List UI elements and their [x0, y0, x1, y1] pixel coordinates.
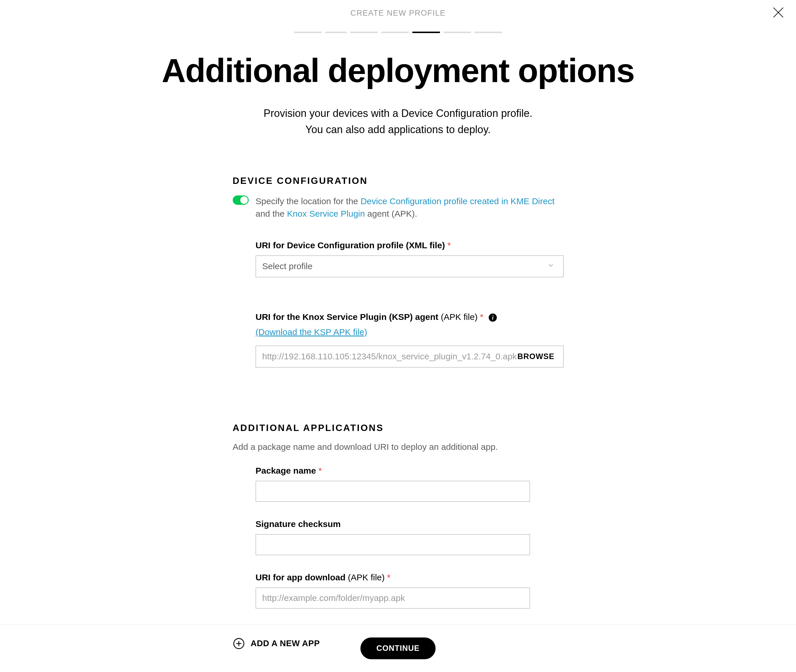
profile-select-value: Select profile	[262, 261, 313, 271]
step-2	[325, 32, 347, 33]
wizard-stepper	[0, 32, 796, 33]
uri-xml-label: URI for Device Configuration profile (XM…	[256, 240, 563, 250]
step-3	[350, 32, 378, 33]
device-config-description: Specify the location for the Device Conf…	[256, 195, 563, 220]
page-title: Additional deployment options	[0, 54, 796, 87]
close-icon	[771, 16, 786, 21]
ksp-link[interactable]: Knox Service Plugin	[287, 209, 365, 218]
ksp-uri-input-wrap[interactable]: http://192.168.110.105:12345/knox_servic…	[256, 346, 563, 368]
close-button[interactable]	[771, 5, 786, 21]
checksum-input[interactable]	[256, 534, 530, 555]
checksum-label: Signature checksum	[256, 519, 563, 529]
profile-select[interactable]: Select profile	[256, 256, 563, 277]
page-subtitle-line-1: Provision your devices with a Device Con…	[0, 105, 796, 122]
ksp-uri-value: http://192.168.110.105:12345/knox_servic…	[262, 352, 517, 362]
dcp-kme-link[interactable]: Device Configuration profile created in …	[360, 196, 555, 206]
step-5-active	[412, 32, 440, 33]
step-4	[381, 32, 409, 33]
additional-apps-heading: ADDITIONAL APPLICATIONS	[233, 422, 563, 433]
package-name-label: Package name *	[256, 466, 563, 476]
info-icon[interactable]: i	[489, 314, 497, 322]
uri-ksp-label: URI for the Knox Service Plugin (KSP) ag…	[256, 312, 563, 322]
toggle-knob	[240, 196, 248, 204]
app-uri-input[interactable]	[256, 587, 530, 608]
browse-button[interactable]: BROWSE	[517, 352, 555, 361]
additional-apps-desc: Add a package name and download URI to d…	[233, 442, 563, 452]
device-config-toggle[interactable]	[233, 195, 249, 205]
footer-bar: CONTINUE	[0, 624, 796, 672]
continue-button[interactable]: CONTINUE	[360, 637, 436, 659]
page-subtitle-line-2: You can also add applications to deploy.	[0, 122, 796, 138]
modal-header-label: CREATE NEW PROFILE	[0, 9, 796, 18]
step-1	[294, 32, 321, 33]
step-7	[475, 32, 502, 33]
download-ksp-link[interactable]: (Download the KSP APK file)	[256, 327, 368, 337]
package-name-input[interactable]	[256, 481, 530, 502]
chevron-down-icon	[547, 261, 555, 271]
device-config-heading: DEVICE CONFIGURATION	[233, 176, 563, 186]
app-uri-label: URI for app download (APK file) *	[256, 573, 563, 582]
step-6	[443, 32, 471, 33]
